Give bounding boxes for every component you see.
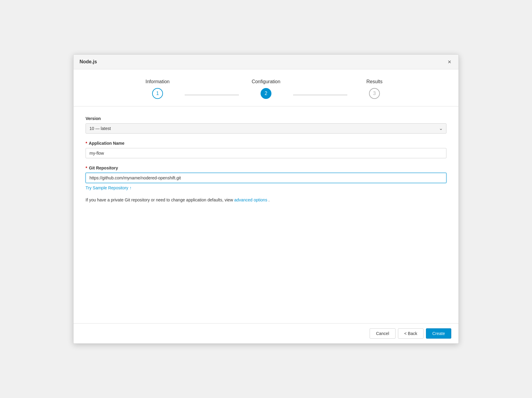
- step-configuration: Configuration 2: [239, 79, 293, 99]
- version-group: Version 10 — latest 8 6: [86, 116, 446, 134]
- app-name-input[interactable]: [86, 148, 446, 158]
- stepper: Information 1 Configuration 2 Results 3: [130, 79, 402, 99]
- step-3-label: Results: [366, 79, 382, 84]
- dialog-header: Node.js ×: [74, 55, 458, 69]
- advanced-options-link[interactable]: advanced options: [234, 197, 267, 202]
- step-results: Results 3: [347, 79, 402, 99]
- git-repo-group: * Git Repository Try Sample Repository ↑: [86, 166, 446, 190]
- app-name-group: * Application Name: [86, 141, 446, 158]
- connector-1-2: [185, 95, 239, 95]
- close-button[interactable]: ×: [446, 59, 452, 65]
- form-section: Version 10 — latest 8 6 * Application Na…: [74, 106, 458, 323]
- connector-2-3: [293, 95, 347, 95]
- cancel-button[interactable]: Cancel: [370, 328, 396, 339]
- stepper-section: Information 1 Configuration 2 Results 3: [74, 69, 458, 106]
- app-name-required: *: [86, 141, 87, 146]
- git-repo-input[interactable]: [86, 173, 446, 183]
- step-2-circle: 2: [261, 88, 271, 99]
- try-sample-link[interactable]: Try Sample Repository ↑: [86, 185, 132, 190]
- version-select[interactable]: 10 — latest 8 6: [86, 123, 446, 134]
- app-name-label: * Application Name: [86, 141, 446, 146]
- hint-text: If you have a private Git repository or …: [86, 197, 234, 202]
- create-button[interactable]: Create: [426, 328, 451, 339]
- git-repo-required: *: [86, 166, 87, 170]
- dialog: Node.js × Information 1 Configuration 2 …: [73, 54, 459, 344]
- back-button[interactable]: < Back: [398, 328, 424, 339]
- try-sample-container: Try Sample Repository ↑: [86, 183, 446, 190]
- version-label: Version: [86, 116, 446, 121]
- try-sample-text: Try Sample Repository: [86, 185, 128, 190]
- step-1-label: Information: [146, 79, 170, 84]
- dialog-title: Node.js: [80, 59, 97, 65]
- dialog-footer: Cancel < Back Create: [74, 323, 458, 343]
- hint-suffix: .: [268, 197, 270, 202]
- step-3-circle: 3: [369, 88, 380, 99]
- hint-container: If you have a private Git repository or …: [86, 197, 446, 202]
- version-select-wrapper: 10 — latest 8 6: [86, 123, 446, 134]
- try-sample-arrow-icon: ↑: [130, 185, 132, 190]
- step-1-circle: 1: [152, 88, 163, 99]
- step-2-label: Configuration: [252, 79, 280, 84]
- git-repo-label: * Git Repository: [86, 166, 446, 170]
- step-information: Information 1: [130, 79, 185, 99]
